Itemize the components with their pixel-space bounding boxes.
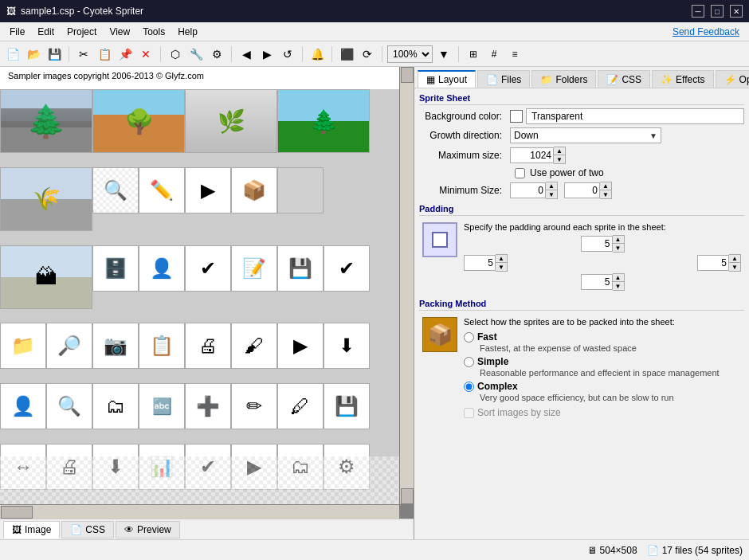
preview-tab-label: Preview <box>137 524 171 535</box>
min-size-x-input[interactable] <box>510 182 546 198</box>
packing-simple-radio[interactable] <box>464 357 474 367</box>
tool-btn-12[interactable]: ⬛ <box>337 45 356 64</box>
min-size-x-down[interactable]: ▼ <box>546 190 557 198</box>
tool-btn-5[interactable]: ⬡ <box>166 45 185 64</box>
min-size-y-input[interactable] <box>564 182 600 198</box>
use-power-label[interactable]: Use power of two <box>530 167 604 178</box>
min-size-y-up[interactable]: ▲ <box>600 182 611 190</box>
tool-btn-6[interactable]: 🔧 <box>186 45 206 64</box>
cut-button[interactable]: ✂ <box>74 45 93 64</box>
min-size-label: Minimum Size: <box>419 185 507 196</box>
padding-top-input[interactable] <box>581 236 613 252</box>
view-btn-3[interactable]: ≡ <box>505 45 524 64</box>
menu-view[interactable]: View <box>103 25 136 39</box>
optimise-tab-label: Optimise <box>739 74 749 85</box>
padding-bottom-spinners: ▲ ▼ <box>613 273 625 291</box>
packing-simple-label[interactable]: Simple <box>464 356 741 367</box>
tool-btn-7[interactable]: ⚙ <box>207 45 226 64</box>
tool-btn-13[interactable]: ⟳ <box>358 45 377 64</box>
view-btn-2[interactable]: # <box>484 45 504 64</box>
tool-btn-9[interactable]: ▶ <box>257 45 276 64</box>
image-tab-label: Image <box>25 524 51 535</box>
right-tab-folders[interactable]: 📁 Folders <box>531 70 596 88</box>
vertical-scrollbar[interactable] <box>399 67 414 504</box>
menu-tools[interactable]: Tools <box>136 25 171 39</box>
packing-complex-radio[interactable] <box>464 382 474 392</box>
padding-right-up[interactable]: ▲ <box>729 255 740 263</box>
save-button[interactable]: 💾 <box>45 45 64 64</box>
title-text: sample1.csp - Cyotek Spriter <box>21 6 143 17</box>
right-tab-files[interactable]: 📄 Files <box>477 70 530 88</box>
padding-top-up[interactable]: ▲ <box>613 236 624 244</box>
horizontal-scrollbar[interactable] <box>0 504 399 519</box>
min-size-x-group: ▲ ▼ <box>510 182 558 199</box>
padding-bottom-down[interactable]: ▼ <box>613 282 624 290</box>
tool-btn-11[interactable]: 🔔 <box>308 45 327 64</box>
right-tab-effects[interactable]: ✨ Effects <box>652 70 713 88</box>
optimise-tab-icon: ⚡ <box>724 74 736 85</box>
padding-bottom-up[interactable]: ▲ <box>613 274 624 282</box>
toolbar: 📄 📂 💾 ✂ 📋 📌 ✕ ⬡ 🔧 ⚙ ◀ ▶ ↺ 🔔 ⬛ ⟳ 100% 50%… <box>0 41 749 67</box>
padding-left-up[interactable]: ▲ <box>496 255 507 263</box>
padding-header: Padding <box>419 204 744 216</box>
tab-css[interactable]: 📄 CSS <box>61 521 114 538</box>
packing-icon: 📦 <box>422 317 457 352</box>
padding-right-input[interactable] <box>697 255 729 271</box>
minimize-button[interactable]: ─ <box>692 5 704 18</box>
max-size-down[interactable]: ▼ <box>554 155 565 163</box>
min-size-x-spinners: ▲ ▼ <box>546 182 558 199</box>
menu-edit[interactable]: Edit <box>31 25 61 39</box>
maximize-button[interactable]: □ <box>711 5 724 18</box>
tab-image[interactable]: 🖼 Image <box>3 521 60 538</box>
sort-by-size-checkbox[interactable] <box>464 408 474 418</box>
min-size-x-up[interactable]: ▲ <box>546 182 557 190</box>
max-size-input[interactable] <box>510 147 554 163</box>
packing-fast-label[interactable]: Fast <box>464 331 741 343</box>
open-button[interactable]: 📂 <box>24 45 43 64</box>
padding-left-down[interactable]: ▼ <box>496 263 507 271</box>
padding-left-input[interactable] <box>464 255 496 271</box>
canvas-label: Sampler images copyright 2006-2013 © Gly… <box>6 70 206 81</box>
zoom-select[interactable]: 100% 50% 200% <box>387 45 433 63</box>
send-feedback-link[interactable]: Send Feedback <box>673 26 746 37</box>
status-bar: 🖥 504×508 📄 17 files (54 sprites) <box>0 539 749 560</box>
tab-preview[interactable]: 👁 Preview <box>116 521 180 538</box>
close-button[interactable]: ✕ <box>730 5 743 18</box>
grid-btn[interactable]: ⊞ <box>464 45 483 64</box>
sprite-cell: ✔ <box>185 245 231 292</box>
min-size-y-down[interactable]: ▼ <box>600 190 611 198</box>
packing-complex-label[interactable]: Complex <box>464 381 741 392</box>
copy-button[interactable]: 📋 <box>95 45 114 64</box>
padding-controls: Specify the padding around each sprite i… <box>464 222 741 291</box>
toolbar-separator-7 <box>458 46 459 62</box>
right-tab-optimise[interactable]: ⚡ Optimise <box>716 70 749 88</box>
growth-direction-select[interactable]: Down ▼ <box>510 127 661 143</box>
new-button[interactable]: 📄 <box>3 45 22 64</box>
padding-top-down[interactable]: ▼ <box>613 244 624 252</box>
packing-fast-radio[interactable] <box>464 332 474 343</box>
sprite-cell: 📁 <box>0 323 46 369</box>
menu-project[interactable]: Project <box>61 25 103 39</box>
right-tab-layout[interactable]: ▦ Layout <box>418 70 476 88</box>
paste-button[interactable]: 📌 <box>116 45 135 64</box>
bg-color-picker[interactable]: Transparent <box>526 108 744 124</box>
right-content: Sprite Sheet Background color: Transpare… <box>414 88 749 539</box>
padding-bottom-input[interactable] <box>581 274 613 290</box>
file-count-icon: 📄 <box>647 545 659 556</box>
max-size-up[interactable]: ▲ <box>554 147 565 155</box>
menu-help[interactable]: Help <box>171 25 204 39</box>
title-bar-controls[interactable]: ─ □ ✕ <box>692 5 743 18</box>
menu-file[interactable]: File <box>3 25 31 39</box>
zoom-dropdown-btn[interactable]: ▼ <box>434 45 453 64</box>
sprite-cell: 🌾 <box>0 167 92 231</box>
use-power-checkbox[interactable] <box>515 168 525 178</box>
tool-btn-10[interactable]: ↺ <box>278 45 297 64</box>
right-tab-css[interactable]: 📝 CSS <box>598 70 650 88</box>
sprite-sheet-header: Sprite Sheet <box>419 93 744 105</box>
tool-btn-8[interactable]: ◀ <box>237 45 256 64</box>
delete-button[interactable]: ✕ <box>136 45 155 64</box>
canvas-scroll-area[interactable]: Sampler images copyright 2006-2013 © Gly… <box>0 67 414 519</box>
padding-right-down[interactable]: ▼ <box>729 263 740 271</box>
title-bar-left: 🖼 sample1.csp - Cyotek Spriter <box>6 6 143 17</box>
padding-right-group: ▲ ▼ <box>697 254 741 272</box>
